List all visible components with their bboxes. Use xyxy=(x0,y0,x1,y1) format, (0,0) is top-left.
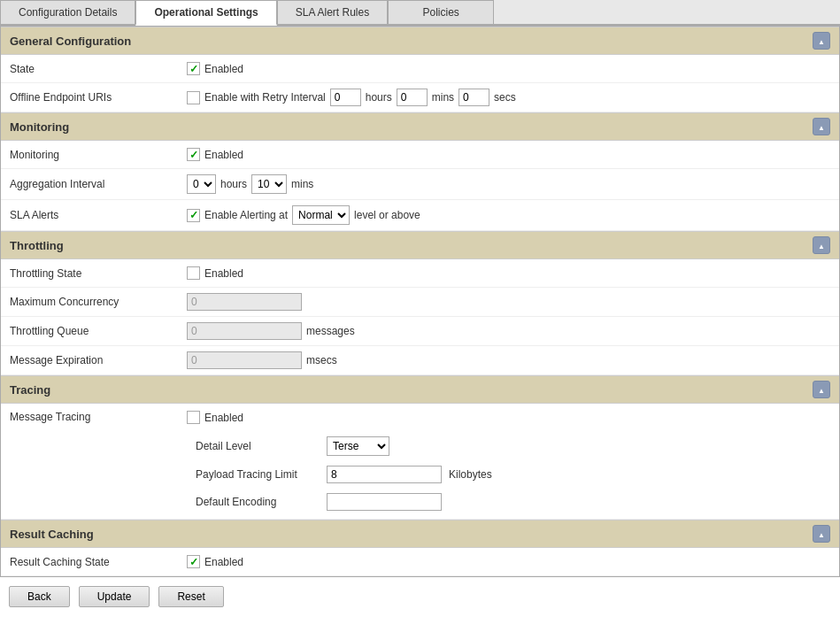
back-button[interactable]: Back xyxy=(9,586,70,607)
state-row: State Enabled xyxy=(1,55,839,83)
aggregation-interval-value: 0 hours 10 5 15 30 mins xyxy=(187,174,830,194)
tracing-header: Tracing xyxy=(1,375,839,404)
offline-endpoint-checkbox[interactable] xyxy=(187,91,200,104)
throttling-state-row: Throttling State Enabled xyxy=(1,259,839,288)
message-tracing-checkbox[interactable] xyxy=(187,411,200,424)
tracing-collapse-btn[interactable] xyxy=(813,381,830,398)
max-concurrency-input[interactable] xyxy=(187,293,302,311)
offline-endpoint-row: Offline Endpoint URIs Enable with Retry … xyxy=(1,83,839,112)
sla-level-select[interactable]: Normal Minor Major Critical xyxy=(292,205,350,225)
aggregation-interval-label: Aggregation Interval xyxy=(10,178,187,190)
offline-secs-label: secs xyxy=(494,91,516,104)
message-tracing-value: Enabled Detail Level Terse Verbose Paylo… xyxy=(187,411,830,513)
result-caching-state-row: Result Caching State Enabled xyxy=(1,548,839,576)
max-concurrency-value xyxy=(187,293,830,311)
result-caching-state-label: Result Caching State xyxy=(10,556,187,568)
throttling-queue-label: Throttling Queue xyxy=(10,325,187,337)
sla-suffix: level or above xyxy=(354,209,420,221)
payload-limit-suffix: Kilobytes xyxy=(449,468,492,481)
aggregation-mins-label: mins xyxy=(291,178,313,190)
message-expiration-row: Message Expiration msecs xyxy=(1,346,839,375)
throttling-state-label: Throttling State xyxy=(10,267,187,280)
monitoring-value: Enabled xyxy=(187,148,830,161)
throttling-state-checkbox[interactable] xyxy=(187,266,200,280)
max-concurrency-row: Maximum Concurrency xyxy=(1,288,839,317)
result-caching-collapse-icon xyxy=(818,529,825,539)
result-caching-collapse-btn[interactable] xyxy=(813,525,830,543)
monitoring-collapse-icon xyxy=(818,122,825,132)
state-checkbox[interactable] xyxy=(187,62,200,75)
result-caching-header: Result Caching xyxy=(1,520,839,548)
sla-alerts-checkbox[interactable] xyxy=(187,209,200,222)
tracing-title: Tracing xyxy=(10,383,50,397)
sla-alerts-text: Enable Alerting at xyxy=(204,209,288,221)
throttling-header: Throttling xyxy=(1,231,839,259)
tab-bar: Configuration Details Operational Settin… xyxy=(0,0,840,26)
offline-endpoint-text: Enable with Retry Interval xyxy=(204,91,326,104)
throttling-text: Enabled xyxy=(204,267,243,280)
max-concurrency-label: Maximum Concurrency xyxy=(10,296,187,308)
aggregation-mins-select[interactable]: 10 5 15 30 xyxy=(251,174,287,194)
default-encoding-input[interactable] xyxy=(327,493,442,511)
message-expiration-input[interactable] xyxy=(187,351,302,369)
message-tracing-row: Message Tracing Enabled Detail Level Ter… xyxy=(1,404,839,520)
throttling-title: Throttling xyxy=(10,239,64,252)
tracing-collapse-icon xyxy=(818,385,825,395)
monitoring-checkbox[interactable] xyxy=(187,148,200,161)
tracing-text: Enabled xyxy=(204,412,243,424)
offline-secs-input[interactable] xyxy=(459,89,489,106)
message-expiration-value: msecs xyxy=(187,351,830,369)
state-value: Enabled xyxy=(187,62,830,75)
tab-sla-alert-rules[interactable]: SLA Alert Rules xyxy=(277,0,388,24)
offline-hours-label: hours xyxy=(366,91,392,104)
payload-limit-row: Payload Tracing Limit Kilobytes xyxy=(196,463,492,486)
result-caching-text: Enabled xyxy=(204,556,243,568)
payload-limit-input[interactable] xyxy=(327,466,442,483)
throttling-queue-suffix: messages xyxy=(306,325,355,337)
content-area: General Configuration State Enabled Offl… xyxy=(0,26,840,577)
offline-endpoint-label: Offline Endpoint URIs xyxy=(10,91,187,104)
throttling-queue-row: Throttling Queue messages xyxy=(1,317,839,346)
message-expiration-label: Message Expiration xyxy=(10,354,187,366)
general-config-title: General Configuration xyxy=(10,35,131,48)
sla-alerts-row: SLA Alerts Enable Alerting at Normal Min… xyxy=(1,200,839,231)
tab-policies[interactable]: Policies xyxy=(388,0,494,24)
throttling-collapse-btn[interactable] xyxy=(813,236,830,254)
offline-mins-input[interactable] xyxy=(397,89,428,106)
result-caching-title: Result Caching xyxy=(10,528,94,541)
throttling-queue-input[interactable] xyxy=(187,322,302,340)
reset-button[interactable]: Reset xyxy=(158,586,223,607)
default-encoding-row: Default Encoding xyxy=(196,490,442,513)
monitoring-label: Monitoring xyxy=(10,149,187,161)
payload-limit-label: Payload Tracing Limit xyxy=(196,468,320,481)
monitoring-collapse-btn[interactable] xyxy=(813,118,830,135)
message-expiration-suffix: msecs xyxy=(306,354,337,366)
state-text: Enabled xyxy=(204,63,243,75)
throttling-collapse-icon xyxy=(818,241,825,251)
offline-mins-label: mins xyxy=(432,91,454,104)
update-button[interactable]: Update xyxy=(79,586,150,607)
button-row: Back Update Reset xyxy=(0,577,840,616)
tab-operational-settings[interactable]: Operational Settings xyxy=(135,0,276,26)
message-tracing-label: Message Tracing xyxy=(10,411,187,423)
state-label: State xyxy=(10,63,187,75)
general-config-header: General Configuration xyxy=(1,27,839,55)
aggregation-interval-row: Aggregation Interval 0 hours 10 5 15 30 … xyxy=(1,169,839,200)
general-config-collapse-btn[interactable] xyxy=(813,32,830,50)
result-caching-checkbox[interactable] xyxy=(187,555,200,568)
throttling-state-value: Enabled xyxy=(187,266,830,280)
offline-hours-input[interactable] xyxy=(330,89,361,106)
result-caching-state-value: Enabled xyxy=(187,555,830,568)
detail-level-select[interactable]: Terse Verbose xyxy=(327,436,389,456)
sla-alerts-value: Enable Alerting at Normal Minor Major Cr… xyxy=(187,205,830,225)
default-encoding-label: Default Encoding xyxy=(196,496,320,508)
detail-level-row: Detail Level Terse Verbose xyxy=(196,434,389,459)
aggregation-hours-select[interactable]: 0 xyxy=(187,174,216,194)
monitoring-text: Enabled xyxy=(204,149,243,161)
sla-alerts-label: SLA Alerts xyxy=(10,209,187,221)
aggregation-hours-label: hours xyxy=(220,178,247,190)
monitoring-row: Monitoring Enabled xyxy=(1,141,839,169)
tab-configuration-details[interactable]: Configuration Details xyxy=(0,0,135,24)
monitoring-title: Monitoring xyxy=(10,120,69,134)
throttling-queue-value: messages xyxy=(187,322,830,340)
